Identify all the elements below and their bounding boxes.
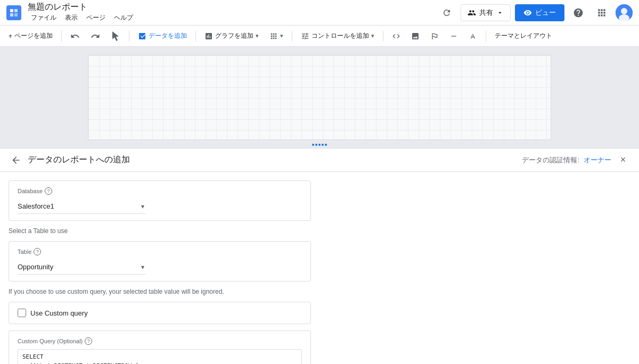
panel-title: データのレポートへの追加 bbox=[28, 154, 130, 166]
add-page-label: ページを追加 bbox=[14, 31, 53, 40]
share-button[interactable]: 共有 bbox=[461, 4, 511, 21]
add-data-button[interactable]: データを追加 bbox=[134, 28, 191, 44]
toolbar-separator-1 bbox=[61, 31, 62, 42]
table-section: Table ? Opportunity Account Contact Lead… bbox=[9, 241, 311, 282]
handle-dot-4 bbox=[322, 144, 324, 146]
custom-query-section: Custom Query (Optional) ? SELECT [ALL | … bbox=[9, 330, 311, 364]
svg-point-5 bbox=[621, 8, 627, 14]
help-button[interactable] bbox=[569, 3, 588, 22]
toolbar-separator-3 bbox=[195, 31, 196, 42]
canvas-page bbox=[88, 55, 551, 140]
refresh-button[interactable] bbox=[437, 3, 456, 22]
handle-dot-3 bbox=[318, 144, 321, 146]
database-section: Database ? Salesforce1 Salesforce2 ▾ bbox=[9, 180, 311, 221]
add-chart-button[interactable]: グラフを追加 ▾ bbox=[200, 28, 263, 44]
redo-button[interactable] bbox=[86, 28, 104, 44]
custom-query-help-icon[interactable]: ? bbox=[85, 337, 92, 345]
canvas-area bbox=[0, 47, 639, 148]
theme-button[interactable]: テーマとレイアウト bbox=[490, 28, 556, 44]
panel-header: データのレポートへの追加 データの認証情報: オーナー × bbox=[0, 148, 639, 172]
view-label: ビュー bbox=[535, 8, 556, 18]
community-arrow: ▾ bbox=[280, 32, 283, 39]
top-bar: 無題のレポート ファイル 表示 ページ ヘルプ 共有 ビュー bbox=[0, 0, 639, 26]
panel-close-button[interactable]: × bbox=[616, 153, 630, 168]
share-label: 共有 bbox=[479, 8, 493, 18]
control-arrow: ▾ bbox=[371, 32, 374, 39]
table-select[interactable]: Opportunity Account Contact Lead bbox=[18, 260, 145, 275]
menu-file[interactable]: ファイル bbox=[28, 12, 60, 23]
toolbar-separator-6 bbox=[486, 31, 486, 42]
credentials-link[interactable]: オーナー bbox=[584, 155, 611, 165]
custom-query-textarea[interactable]: SELECT [ALL | DISTINCT | DISTINCTROW ] s… bbox=[18, 349, 302, 364]
table-label: Table ? bbox=[18, 248, 302, 255]
toolbar-separator-4 bbox=[292, 31, 292, 42]
handle-dot-5 bbox=[325, 144, 327, 146]
theme-label: テーマとレイアウト bbox=[495, 31, 552, 40]
toolbar-separator-2 bbox=[129, 31, 129, 42]
custom-query-checkbox[interactable] bbox=[18, 309, 26, 317]
database-help-icon[interactable]: ? bbox=[45, 187, 52, 195]
toolbar: + ページを追加 データを追加 グラフを追加 ▾ ▾ コントロールを追加 ▾ bbox=[0, 26, 639, 47]
app-menu: ファイル 表示 ページ ヘルプ bbox=[28, 12, 136, 23]
database-select-wrapper: Salesforce1 Salesforce2 ▾ bbox=[18, 199, 145, 214]
panel-back-button[interactable] bbox=[9, 153, 23, 168]
canvas-resize-handle[interactable] bbox=[310, 142, 329, 148]
table-help-icon[interactable]: ? bbox=[34, 248, 41, 255]
credentials-label: データの認証情報: bbox=[522, 155, 579, 165]
custom-query-checkbox-section: Use Custom query bbox=[9, 302, 311, 324]
community-button[interactable]: ▾ bbox=[265, 28, 288, 44]
add-control-button[interactable]: コントロールを追加 ▾ bbox=[297, 28, 379, 44]
shape-button[interactable] bbox=[426, 28, 443, 44]
grid-button[interactable] bbox=[592, 3, 611, 22]
avatar[interactable] bbox=[616, 4, 633, 21]
database-label: Database ? bbox=[18, 187, 302, 195]
code-button[interactable] bbox=[388, 28, 405, 44]
database-select[interactable]: Salesforce1 Salesforce2 bbox=[18, 199, 145, 214]
add-chart-label: グラフを追加 bbox=[215, 31, 253, 40]
panel: データのレポートへの追加 データの認証情報: オーナー × Database ?… bbox=[0, 148, 639, 364]
handle-dot-2 bbox=[315, 144, 317, 146]
handle-dot-1 bbox=[312, 144, 314, 146]
panel-header-right: データの認証情報: オーナー bbox=[522, 155, 611, 165]
add-data-label: データを追加 bbox=[149, 31, 187, 40]
menu-page[interactable]: ページ bbox=[83, 12, 109, 23]
app-icon bbox=[6, 5, 21, 20]
line-button[interactable] bbox=[445, 28, 462, 44]
svg-rect-2 bbox=[10, 13, 13, 16]
custom-query-section-label: Custom Query (Optional) ? bbox=[18, 337, 302, 345]
svg-rect-3 bbox=[14, 13, 18, 16]
app-title: 無題のレポート bbox=[28, 2, 136, 12]
custom-query-checkbox-label[interactable]: Use Custom query bbox=[30, 309, 88, 317]
table-section-hint: Select a Table to use bbox=[9, 227, 311, 235]
undo-button[interactable] bbox=[66, 28, 84, 44]
cursor-button[interactable] bbox=[106, 28, 125, 44]
text-button[interactable] bbox=[464, 28, 481, 44]
custom-query-checkbox-row: Use Custom query bbox=[18, 309, 302, 317]
app-title-group: 無題のレポート ファイル 表示 ページ ヘルプ bbox=[28, 2, 136, 23]
table-select-wrapper: Opportunity Account Contact Lead ▾ bbox=[18, 260, 145, 275]
menu-help[interactable]: ヘルプ bbox=[111, 12, 136, 23]
svg-rect-0 bbox=[10, 9, 13, 12]
add-page-icon: + bbox=[9, 32, 12, 40]
query-textarea-wrapper: SELECT [ALL | DISTINCT | DISTINCTROW ] s… bbox=[18, 349, 302, 364]
top-bar-actions: 共有 ビュー bbox=[437, 3, 633, 22]
svg-rect-1 bbox=[14, 9, 18, 12]
add-control-label: コントロールを追加 bbox=[312, 31, 369, 40]
toolbar-separator-5 bbox=[383, 31, 383, 42]
add-page-button[interactable]: + ページを追加 bbox=[4, 28, 57, 44]
view-button[interactable]: ビュー bbox=[515, 4, 564, 21]
image-button[interactable] bbox=[407, 28, 424, 44]
panel-content: Database ? Salesforce1 Salesforce2 ▾ Sel… bbox=[0, 172, 320, 364]
menu-view[interactable]: 表示 bbox=[62, 12, 81, 23]
add-chart-arrow: ▾ bbox=[256, 32, 259, 39]
custom-query-hint: If you choose to use custom query, your … bbox=[9, 288, 311, 295]
